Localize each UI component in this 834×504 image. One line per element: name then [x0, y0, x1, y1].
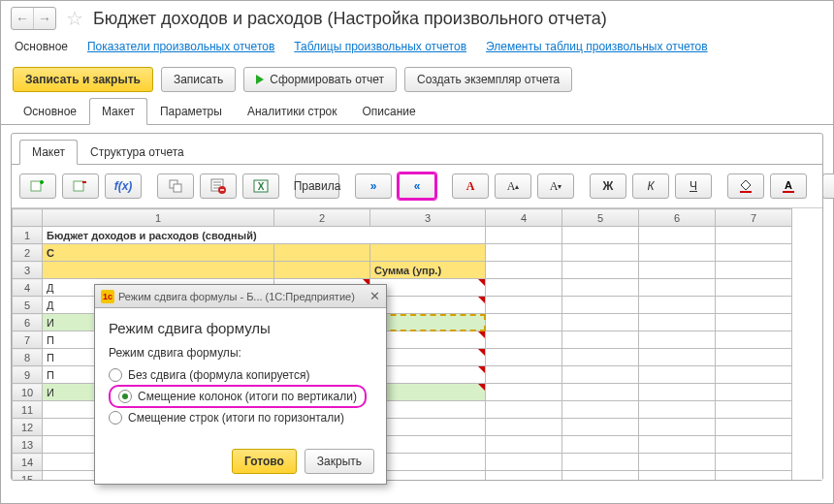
formula-shift-dialog: 1c Режим сдвига формулы - Б... (1С:Предп… [94, 284, 387, 485]
link-indicators[interactable]: Показатели произвольных отчетов [87, 40, 274, 53]
svg-text:X: X [258, 181, 265, 192]
text-color-icon[interactable]: A [770, 173, 807, 199]
section-links: Основное Показатели произвольных отчетов… [1, 36, 833, 61]
main-tabs: Основное Макет Параметры Аналитики строк… [1, 98, 833, 125]
dialog-label: Режим сдвига формулы: [109, 346, 372, 360]
radio-column-shift[interactable]: Смещение колонок (итоги по вертикали) [109, 385, 367, 408]
close-icon[interactable]: ✕ [369, 289, 380, 303]
cancel-button[interactable]: Закрыть [305, 449, 374, 474]
page-title: Бюджет доходов и расходов (Настройка про… [93, 9, 607, 29]
bold-button[interactable]: Ж [590, 173, 626, 199]
dialog-window-title: Режим сдвига формулы - Б... (1С:Предприя… [118, 291, 355, 302]
svg-rect-3 [174, 184, 181, 192]
font-decrease-icon[interactable]: A▾ [537, 173, 574, 199]
subtab-structure[interactable]: Структура отчета [78, 140, 197, 165]
tab-description[interactable]: Описание [350, 98, 429, 125]
save-button[interactable]: Записать [161, 67, 236, 92]
link-tables[interactable]: Таблицы произвольных отчетов [294, 40, 466, 53]
layout-toolbar: f(x) X Правила » « A A▴ A▾ Ж К Ч A [12, 165, 822, 208]
link-table-elements[interactable]: Элементы таблиц произвольных отчетов [486, 40, 708, 53]
play-icon [256, 75, 264, 84]
app-icon: 1c [101, 290, 114, 303]
favorite-star-icon[interactable]: ☆ [66, 7, 83, 30]
link-main[interactable]: Основное [15, 40, 68, 53]
col-header-amount: Сумма (упр.) [370, 262, 486, 279]
sheet-remove-icon[interactable] [200, 173, 237, 199]
italic-button[interactable]: К [632, 173, 669, 199]
dialog-heading: Режим сдвига формулы [109, 320, 372, 336]
font-increase-icon[interactable]: A▴ [495, 173, 531, 199]
selected-cell[interactable] [370, 314, 486, 331]
add-cell-icon[interactable] [19, 173, 56, 199]
create-instance-button[interactable]: Создать экземпляр отчета [404, 67, 572, 92]
rules-button[interactable]: Правила [295, 173, 339, 199]
nav-arrows[interactable]: ← → [11, 7, 56, 30]
shift-right-icon[interactable]: » [355, 173, 392, 199]
tab-layout[interactable]: Макет [89, 98, 147, 125]
fx-icon[interactable]: f(x) [105, 173, 142, 199]
back-icon[interactable]: ← [12, 8, 33, 29]
copy-cell-icon[interactable] [157, 173, 194, 199]
svg-text:A: A [785, 179, 792, 191]
svg-rect-0 [31, 181, 41, 191]
subtab-layout[interactable]: Макет [19, 140, 78, 165]
underline-button[interactable]: Ч [675, 173, 712, 199]
fill-color-icon[interactable] [727, 173, 764, 199]
radio-row-shift[interactable]: Смещение строк (итоги по горизонтали) [109, 408, 372, 427]
svg-rect-8 [740, 191, 752, 193]
sheet-title: Бюджет доходов и расходов (сводный) [43, 227, 486, 244]
excel-icon[interactable]: X [242, 173, 279, 199]
shift-left-icon[interactable]: « [398, 173, 436, 200]
layout-subtabs: Макет Структура отчета [12, 134, 822, 165]
delete-cell-icon[interactable] [62, 173, 99, 199]
forward-icon[interactable]: → [33, 8, 55, 29]
save-and-close-button[interactable]: Записать и закрыть [13, 67, 153, 92]
generate-report-button[interactable]: Сформировать отчет [243, 67, 397, 92]
svg-rect-1 [74, 181, 83, 191]
command-bar: Записать и закрыть Записать Сформировать… [1, 61, 833, 98]
radio-no-shift[interactable]: Без сдвига (формула копируется) [109, 365, 372, 385]
tab-row-analytics[interactable]: Аналитики строк [235, 98, 350, 125]
eraser-icon[interactable] [822, 173, 834, 199]
tab-main[interactable]: Основное [11, 98, 89, 125]
ok-button[interactable]: Готово [232, 449, 297, 474]
font-color-icon[interactable]: A [452, 173, 489, 199]
tab-params[interactable]: Параметры [147, 98, 235, 125]
svg-rect-10 [783, 191, 794, 193]
